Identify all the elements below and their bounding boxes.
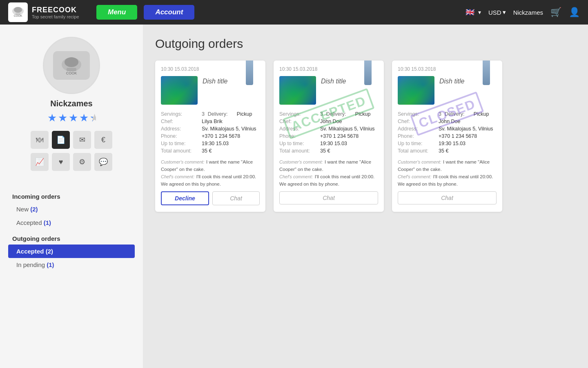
servings-value: 3 (320, 110, 326, 118)
dish-thumbnail (161, 76, 198, 105)
currency-selector[interactable]: USD ▾ (488, 9, 506, 16)
chat-button[interactable]: Chat (279, 191, 378, 204)
address-label: Address: (161, 125, 202, 132)
servings-value: 3 (202, 110, 208, 118)
star-1: ★ (47, 112, 57, 124)
star-2: ★ (58, 112, 67, 124)
currency-arrow: ▾ (503, 9, 506, 16)
card-actions: Decline Chat (161, 191, 260, 205)
star-5-half: ★ ★ (90, 112, 96, 124)
nav-outgoing-accepted[interactable]: Accepted (2) (8, 245, 135, 258)
speech-button[interactable]: 💬 (94, 153, 112, 171)
servings-value: 3 (439, 110, 445, 118)
star-3: ★ (69, 112, 78, 124)
chat-button[interactable]: Chat (212, 191, 260, 205)
nav-outgoing-pending[interactable]: In pending (1) (8, 258, 135, 272)
address-value: Sv. Mikalojaus 5, Vilnius (202, 125, 260, 132)
flag-icon: 🇬🇧 (463, 8, 477, 17)
icon-row-2: 📈 ♥ ⚙ 💬 (31, 153, 112, 171)
order-header: Dish title (398, 76, 497, 105)
address-value: Sv. Mikalojaus 5, Vilnius (439, 125, 497, 132)
brand-text: FREECOOK Top secret family recipe (32, 6, 79, 19)
decline-button[interactable]: Decline (161, 191, 209, 205)
chef-label: Chef: (279, 118, 320, 125)
order-header: Dish title (161, 76, 260, 105)
euro-button[interactable]: € (94, 131, 112, 149)
chef-value: John Doe (320, 118, 378, 125)
avatar-image: COOK (53, 51, 90, 80)
phone-value: +370 1 234 5678 (439, 132, 497, 140)
phone-label: Phone: (279, 132, 320, 140)
delivery-value: Pickup (355, 110, 378, 118)
sidebar: COOK Nickzames ★ ★ ★ ★ ★ ★ 🍽 📄 ✉ € (0, 25, 143, 368)
delivery-label: Delivery: (208, 110, 237, 118)
cart-button[interactable]: 🛒 (550, 7, 561, 18)
logo-icon: COOK (8, 2, 28, 22)
customer-comment-label: Customer's comment: (161, 159, 205, 164)
account-button[interactable]: Account (144, 5, 194, 20)
language-selector[interactable]: 🇬🇧 ▾ (463, 8, 481, 17)
uptotime-label: Up to time: (279, 140, 320, 147)
star-rating: ★ ★ ★ ★ ★ ★ (47, 112, 96, 124)
chat-button[interactable]: Chat (398, 191, 497, 204)
flag-dropdown-arrow: ▾ (478, 9, 481, 16)
dish-title: Dish title (321, 76, 346, 85)
dish-thumbnail (398, 76, 434, 105)
uptotime-value: 19:30 15.03 (202, 140, 260, 147)
customer-comment-label: Customer's comment: (398, 159, 441, 164)
nav-incoming-accepted[interactable]: Accepted (1) (8, 216, 135, 229)
servings-label: Servings: (161, 110, 202, 118)
chef-comment-label: Chef's comment: (161, 174, 194, 179)
header-username: Nickzames (513, 9, 543, 16)
hat-button[interactable]: 🍽 (31, 131, 49, 149)
total-label: Total amount: (398, 147, 439, 155)
incoming-orders-category: Incoming orders (8, 193, 135, 200)
page-title: Outgoing orders (155, 37, 576, 51)
address-value: Sv. Mikalojaus 5, Vilnius (320, 125, 378, 132)
order-header: Dish title (279, 76, 378, 105)
mail-button[interactable]: ✉ (73, 131, 91, 149)
heart-button[interactable]: ♥ (52, 153, 70, 171)
order-details: Servings:3 Delivery:Pickup Chef:John Doe… (279, 110, 378, 155)
chef-label: Chef: (398, 118, 439, 125)
chef-comment-label: Chef's comment: (398, 174, 431, 179)
chef-comment-label: Chef's comment: (279, 174, 313, 179)
menu-button[interactable]: Menu (96, 5, 137, 20)
order-details: Servings:3 Delivery:Pickup Chef:John Doe… (398, 110, 497, 155)
svg-point-5 (65, 57, 78, 67)
profile-section: COOK Nickzames ★ ★ ★ ★ ★ ★ 🍽 📄 ✉ € (0, 33, 143, 183)
order-date: 10:30 15.03.2018 (161, 66, 260, 72)
phone-label: Phone: (398, 132, 439, 140)
card-actions: Chat (279, 191, 378, 204)
svg-text:COOK: COOK (14, 14, 22, 17)
icon-row-1: 🍽 📄 ✉ € (31, 131, 112, 149)
card-tag (364, 61, 372, 85)
svg-rect-6 (67, 68, 76, 71)
chef-value: John Doe (439, 118, 497, 125)
svg-text:COOK: COOK (66, 71, 77, 75)
card-actions: Chat (398, 191, 497, 204)
nav-incoming-new[interactable]: New (2) (8, 202, 135, 216)
logo-area: COOK FREECOOK Top secret family recipe (8, 2, 90, 22)
servings-label: Servings: (398, 110, 439, 118)
outgoing-orders-category: Outgoing orders (8, 235, 135, 242)
profile-button[interactable]: 👤 (569, 7, 580, 18)
order-date: 10:30 15.03.2018 (398, 66, 497, 72)
total-label: Total amount: (161, 147, 202, 155)
orders-grid: 10:30 15.03.2018 Dish title Servings:3 D… (155, 61, 576, 212)
settings-button[interactable]: ⚙ (73, 153, 91, 171)
order-details: Servings:3 Delivery:Pickup Chef:Lilya Br… (161, 110, 260, 155)
chart-button[interactable]: 📈 (31, 153, 49, 171)
order-card: 10:30 15.03.2018 Dish title Servings:3 D… (392, 61, 502, 212)
uptotime-label: Up to time: (398, 140, 439, 147)
svg-point-1 (14, 7, 22, 13)
main-content: Outgoing orders 10:30 15.03.2018 Dish ti… (143, 25, 588, 368)
customer-comment-label: Customer's comment: (279, 159, 323, 164)
phone-value: +370 1 234 5678 (320, 132, 378, 140)
uptotime-label: Up to time: (161, 140, 202, 147)
dish-title: Dish title (439, 76, 464, 85)
delivery-label: Delivery: (326, 110, 355, 118)
phone-label: Phone: (161, 132, 202, 140)
document-button[interactable]: 📄 (52, 131, 70, 149)
chef-value: Lilya Brik (202, 118, 260, 125)
